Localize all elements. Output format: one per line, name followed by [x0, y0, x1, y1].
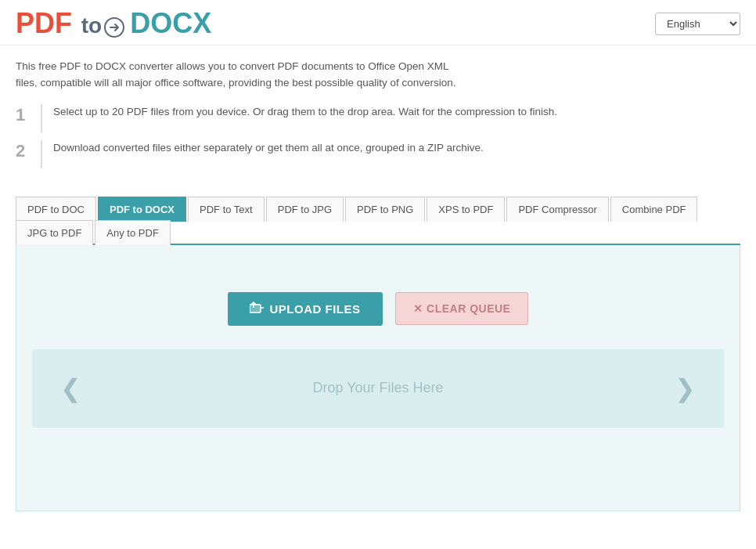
clear-button-label: CLEAR QUEUE	[427, 302, 510, 315]
clear-icon: ✕	[413, 302, 423, 315]
language-select[interactable]: English French German Spanish Italian Po…	[655, 13, 740, 35]
tab-jpg-to-pdf[interactable]: JPG to PDF	[16, 220, 93, 245]
arrow-right-icon[interactable]: ❯	[670, 374, 700, 403]
tabs-container: PDF to DOCPDF to DOCXPDF to TextPDF to J…	[0, 197, 756, 245]
step-2-text: Download converted files either separate…	[53, 140, 484, 156]
tab-xps-to-pdf[interactable]: XPS to PDF	[427, 197, 505, 222]
step-1-number: 1	[16, 104, 33, 127]
steps-container: 1 Select up to 20 PDF files from you dev…	[0, 98, 756, 189]
tab-pdf-to-doc[interactable]: PDF to DOC	[16, 197, 96, 222]
description-text: This free PDF to DOCX converter allows y…	[0, 45, 485, 98]
step-2-divider	[41, 140, 42, 168]
tab-pdf-compressor[interactable]: PDF Compressor	[506, 197, 608, 222]
tabs-bar: PDF to DOCPDF to DOCXPDF to TextPDF to J…	[16, 197, 740, 245]
upload-button-label: UPLOAD FILES	[270, 302, 361, 316]
tab-pdf-to-text[interactable]: PDF to Text	[188, 197, 265, 222]
arrow-left-icon[interactable]: ❮	[56, 374, 86, 403]
tab-pdf-to-docx[interactable]: PDF to DOCX	[98, 197, 186, 222]
button-row: UPLOAD FILES ✕CLEAR QUEUE	[228, 292, 529, 326]
logo-to: to	[75, 15, 127, 38]
step-2-number: 2	[16, 140, 33, 163]
drop-area[interactable]: ❮ Drop Your Files Here ❯	[32, 349, 724, 428]
tab-pdf-to-png[interactable]: PDF to PNG	[345, 197, 425, 222]
tab-any-to-pdf[interactable]: Any to PDF	[95, 220, 170, 245]
converter-area: UPLOAD FILES ✕CLEAR QUEUE ❮ Drop Your Fi…	[16, 245, 740, 511]
tab-pdf-to-jpg[interactable]: PDF to JPG	[266, 197, 344, 222]
logo-pdf: PDF	[16, 9, 72, 38]
upload-icon	[250, 302, 264, 316]
step-1: 1 Select up to 20 PDF files from you dev…	[16, 104, 740, 132]
logo: PDF to DOCX	[16, 9, 211, 38]
logo-docx: DOCX	[130, 9, 211, 38]
step-1-divider	[41, 104, 42, 132]
step-1-text: Select up to 20 PDF files from you devic…	[53, 104, 557, 120]
svg-rect-1	[250, 305, 261, 312]
tab-combine-pdf[interactable]: Combine PDF	[610, 197, 698, 222]
upload-button[interactable]: UPLOAD FILES	[228, 292, 383, 326]
page-header: PDF to DOCX English French German Spanis…	[0, 0, 756, 45]
clear-button[interactable]: ✕CLEAR QUEUE	[395, 292, 529, 325]
step-2: 2 Download converted files either separa…	[16, 140, 740, 168]
drop-text: Drop Your Files Here	[86, 380, 670, 396]
